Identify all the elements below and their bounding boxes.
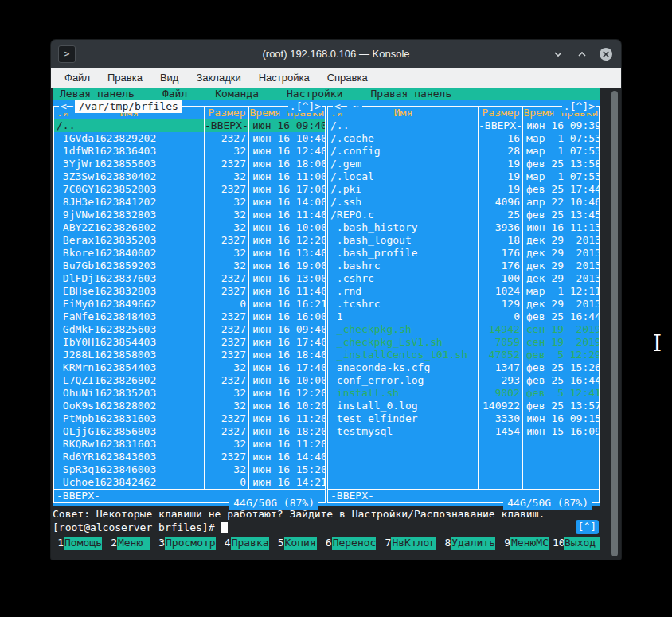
fkey-10-button[interactable]: 10Выход (553, 537, 600, 550)
file-row[interactable]: /REPO.c25фев 25 13:45 (328, 209, 599, 221)
panel-maximize-icon[interactable]: .[^]> (288, 100, 322, 113)
menu-item-Закладки[interactable]: Закладки (187, 72, 249, 84)
konsole-menubar: ФайлПравкаВидЗакладкиНастройкаСправка (51, 68, 621, 88)
file-row[interactable]: conf_error.log293фев 25 16:44 (328, 374, 599, 387)
file-row[interactable]: /.gem19фев 25 13:58 (328, 158, 599, 170)
terminal-area[interactable]: Левая панельФайлКомандаНастройкиПравая п… (51, 88, 621, 560)
file-row[interactable]: 1GVda16238292022327июн 16 10:40 (54, 132, 325, 145)
file-row[interactable]: OhuNi162383520332июн 16 12:20 (54, 387, 325, 400)
file-row[interactable]: 8JH3e162384120232июн 16 14:00 (54, 196, 325, 209)
file-row[interactable]: EiMy016238496620июн 16 16:21 (54, 298, 325, 310)
file-size: 2327 (205, 272, 249, 285)
minimize-button[interactable] (551, 47, 565, 61)
file-row[interactable]: .tcshrc129дек 29 2013 (328, 298, 599, 310)
scroll-indicator-badge[interactable]: [^] (576, 520, 599, 534)
file-row[interactable]: /.config28мар 1 07:53 (328, 145, 599, 158)
file-row[interactable]: 1dfWR162383640332июн 16 12:40 (54, 145, 325, 158)
file-name: 3YjWr1623855603 (54, 158, 205, 170)
file-row[interactable]: /.local19мар 1 07:53 (328, 170, 599, 183)
file-row[interactable]: .cshrc100дек 29 2013 (328, 272, 599, 285)
mc-menu-item-Правая панель[interactable]: Правая панель (370, 88, 451, 100)
file-row[interactable]: 9jVNw162383280332июн 16 11:40 (54, 209, 325, 221)
terminal-scrollbar[interactable] (611, 89, 619, 558)
column-header-size[interactable]: Размер (205, 107, 249, 119)
file-row[interactable]: ABY2Z162382680232июн 16 10:00 (54, 221, 325, 234)
file-row[interactable]: _checkpkg_LsV1.sh7059сен 19 2019 (328, 336, 599, 349)
file-row[interactable]: Bkore162384000232июн 16 13:40 (54, 247, 325, 260)
file-row[interactable]: install_0.log140922фев 25 13:57 (328, 400, 599, 412)
file-name: Rd6YR1623843603 (54, 451, 205, 463)
file-row[interactable]: J288L16238580032327июн 16 18:40 (54, 349, 325, 361)
fkey-1-button[interactable]: 1Помощь (53, 537, 106, 550)
file-row[interactable]: Berax16238352032327июн 16 12:20 (54, 234, 325, 247)
file-row[interactable]: .bash_logout18дек 29 2013 (328, 234, 599, 247)
fkey-3-button[interactable]: 3Просмотр (154, 537, 220, 550)
fkey-4-button[interactable]: 4Правка (220, 537, 273, 550)
right-panel-path[interactable]: ~ (349, 100, 363, 113)
history-back-icon[interactable]: <─ (59, 100, 75, 113)
shell-prompt-line[interactable]: [root@alcoserver brfiles]# [^] (53, 521, 600, 534)
scrollbar-handle[interactable] (611, 91, 618, 556)
mc-menu-item-Файл[interactable]: Файл (162, 88, 187, 100)
file-row[interactable]: 3Z3Sw162383040232июн 16 11:00 (54, 170, 325, 183)
file-row[interactable]: /..-ВВЕРХ-июн 16 09:39 (328, 119, 599, 132)
file-row[interactable]: IbY0H16238544032327июн 16 17:40 (54, 336, 325, 349)
file-row[interactable]: OoK9s162382800232июн 16 10:20 (54, 400, 325, 412)
file-row[interactable]: 10фев 25 16:44 (328, 310, 599, 323)
menu-item-Настройка[interactable]: Настройка (250, 72, 318, 84)
left-panel-path[interactable]: /var/tmp/brfiles (75, 100, 182, 113)
file-row[interactable]: .bash_history3936июн 16 11:13 (328, 221, 599, 234)
file-row[interactable]: Uchoe16238424620июн 16 14:21 (54, 476, 325, 489)
history-back-icon[interactable]: <─ (333, 100, 349, 113)
file-row[interactable]: EBHse16238328032327июн 16 11:40 (54, 285, 325, 298)
panel-maximize-icon[interactable]: .[^]> (562, 100, 596, 113)
column-header-size[interactable]: Размер (479, 107, 523, 119)
file-row[interactable]: testmysql1454июн 15 16:09 (328, 425, 599, 438)
fkey-2-button[interactable]: 2Меню (106, 537, 154, 550)
mc-menu-item-Настройки[interactable]: Настройки (287, 88, 342, 100)
fkey-7-button[interactable]: 7НвКтлог (380, 537, 440, 550)
file-row[interactable]: SpR3q162384600332июн 16 15:20 (54, 463, 325, 476)
menu-item-Вид[interactable]: Вид (151, 72, 188, 84)
file-row[interactable]: .rnd1024мар 1 12:11 (328, 285, 599, 298)
file-row[interactable]: /.cache16мар 1 07:53 (328, 132, 599, 145)
file-row[interactable]: Rd6YR16238436032327июн 16 14:40 (54, 451, 325, 463)
file-row[interactable]: DlFDj16238376032327июн 16 13:00 (54, 272, 325, 285)
menu-item-Файл[interactable]: Файл (56, 72, 99, 84)
file-row[interactable]: 3YjWr16238556032327июн 16 18:00 (54, 158, 325, 170)
file-row[interactable]: _installCentos_t01.sh47052фев 5 12:29 (328, 349, 599, 361)
fkey-6-button[interactable]: 6Перенос (321, 537, 381, 550)
mc-menu-item-Команда[interactable]: Команда (215, 88, 259, 100)
file-row[interactable]: PtMpb16238316032327июн 16 11:20 (54, 412, 325, 425)
fkey-8-button[interactable]: 8Удалить (440, 537, 499, 550)
file-row[interactable]: /.ssh4096апр 22 10:46 (328, 196, 599, 209)
file-row[interactable]: _checkpkg.sh14942сен 19 2019 (328, 323, 599, 336)
titlebar[interactable]: > (root) 192.168.0.106 — Konsole (51, 40, 621, 68)
file-row[interactable]: /..-ВВЕРХ-июн 16 09:40 (54, 119, 325, 132)
fkey-9-button[interactable]: 9МенюМС (499, 537, 553, 550)
file-row[interactable]: .bashrc176дек 29 2013 (328, 260, 599, 272)
maximize-button[interactable] (575, 47, 589, 61)
fkey-5-button[interactable]: 5Копия (273, 537, 321, 550)
file-row[interactable]: test_elfinder3330июн 16 09:15 (328, 412, 599, 425)
file-size: 140922 (479, 400, 523, 412)
file-row[interactable]: 7C0GY16238520032327июн 16 17:00 (54, 183, 325, 196)
file-row[interactable]: KRMrn162385440332июн 16 17:40 (54, 361, 325, 374)
menu-item-Справка[interactable]: Справка (318, 72, 377, 84)
file-row[interactable]: GdMkF16238256032327июн 16 09:40 (54, 323, 325, 336)
file-row[interactable]: L7QZI16238268022327июн 16 10:00 (54, 374, 325, 387)
file-size: 32 (205, 247, 249, 260)
file-row[interactable]: QLjjG16238568032327июн 16 18:20 (54, 425, 325, 438)
file-row[interactable]: anaconda-ks.cfg1347фев 25 15:26 (328, 361, 599, 374)
right-file-list: /..-ВВЕРХ-июн 16 09:39/.cache16мар 1 07:… (328, 119, 599, 489)
file-row[interactable]: FaNfe16238484032327июн 16 16:00 (54, 310, 325, 323)
menu-item-Правка[interactable]: Правка (99, 72, 151, 84)
file-row[interactable]: install.sh9002фев 5 12:41 (328, 387, 599, 400)
file-row[interactable]: RKQRw162383160332июн 16 11:20 (54, 438, 325, 451)
close-button[interactable] (599, 47, 613, 61)
mc-menu-item-Левая панель[interactable]: Левая панель (60, 88, 135, 100)
file-row[interactable]: /.pki19фев 25 17:44 (328, 183, 599, 196)
file-name: conf_error.log (328, 374, 479, 387)
file-row[interactable]: .bash_profile176дек 29 2013 (328, 247, 599, 260)
file-row[interactable]: Bu7Gb162385920332июн 16 19:00 (54, 260, 325, 272)
